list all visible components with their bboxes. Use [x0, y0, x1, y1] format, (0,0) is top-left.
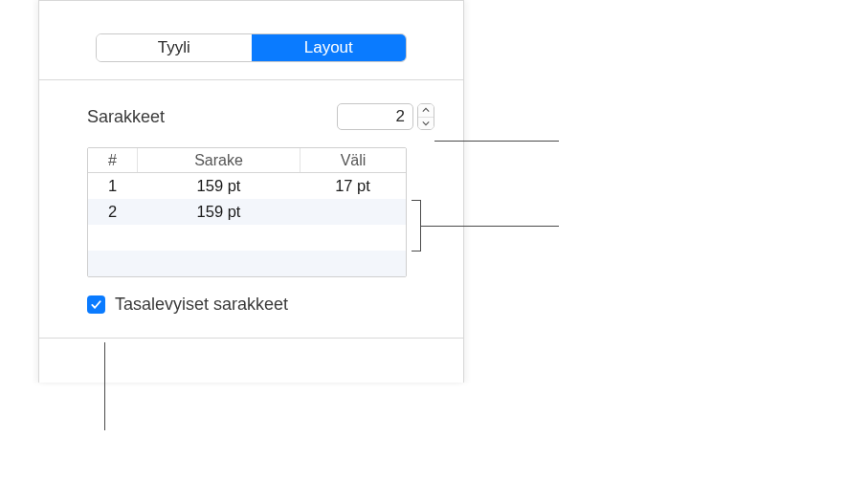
- tab-row: Tyyli Layout: [39, 1, 463, 79]
- cell-sarake: 159 pt: [138, 173, 300, 199]
- callout-bracket: [412, 200, 421, 251]
- equal-width-label: Tasalevyiset sarakkeet: [115, 295, 288, 315]
- th-num[interactable]: #: [88, 148, 138, 172]
- tab-layout[interactable]: Layout: [252, 34, 407, 61]
- th-vali[interactable]: Väli: [300, 148, 406, 172]
- checkmark-icon: [90, 298, 102, 311]
- columns-stepper-group: 2: [337, 103, 434, 130]
- columns-row: Sarakkeet 2: [87, 103, 434, 130]
- cell-num: 2: [88, 199, 138, 225]
- callout-line: [104, 342, 105, 430]
- table-row-empty: [88, 251, 406, 276]
- stepper-up[interactable]: [418, 104, 434, 118]
- tab-style[interactable]: Tyyli: [97, 34, 252, 61]
- table-body: 1 159 pt 17 pt 2 159 pt: [88, 173, 406, 276]
- cell-num: 1: [88, 173, 138, 199]
- cell-vali: [300, 199, 406, 225]
- callout-line: [421, 226, 559, 227]
- table-row[interactable]: 1 159 pt 17 pt: [88, 173, 406, 199]
- segmented-control: Tyyli Layout: [96, 33, 407, 62]
- divider: [39, 338, 463, 339]
- tab-style-label: Tyyli: [158, 38, 190, 57]
- cell-vali: 17 pt: [300, 173, 406, 199]
- table-row-empty: [88, 225, 406, 251]
- layout-section: Sarakkeet 2 # Sarake Väli: [39, 80, 463, 324]
- callout-line: [434, 141, 559, 142]
- columns-value-field[interactable]: 2: [337, 103, 413, 130]
- equal-width-checkbox[interactable]: [87, 295, 105, 314]
- tab-layout-label: Layout: [304, 38, 353, 57]
- th-sarake[interactable]: Sarake: [138, 148, 300, 172]
- columns-stepper: [417, 103, 434, 130]
- table-header: # Sarake Väli: [88, 148, 406, 173]
- columns-table: # Sarake Väli 1 159 pt 17 pt 2 159 pt: [87, 147, 407, 277]
- table-row[interactable]: 2 159 pt: [88, 199, 406, 225]
- stepper-down[interactable]: [418, 118, 434, 130]
- inspector-panel: Tyyli Layout Sarakkeet 2: [38, 0, 464, 383]
- equal-width-row: Tasalevyiset sarakkeet: [87, 295, 434, 315]
- columns-value: 2: [396, 107, 405, 125]
- columns-label: Sarakkeet: [87, 107, 165, 127]
- cell-sarake: 159 pt: [138, 199, 300, 225]
